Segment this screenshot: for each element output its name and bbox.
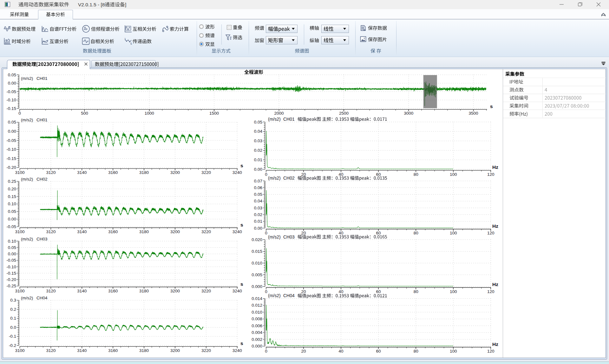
svg-text:1: 1 (124, 37, 126, 41)
svg-text:5: 5 (130, 42, 132, 45)
